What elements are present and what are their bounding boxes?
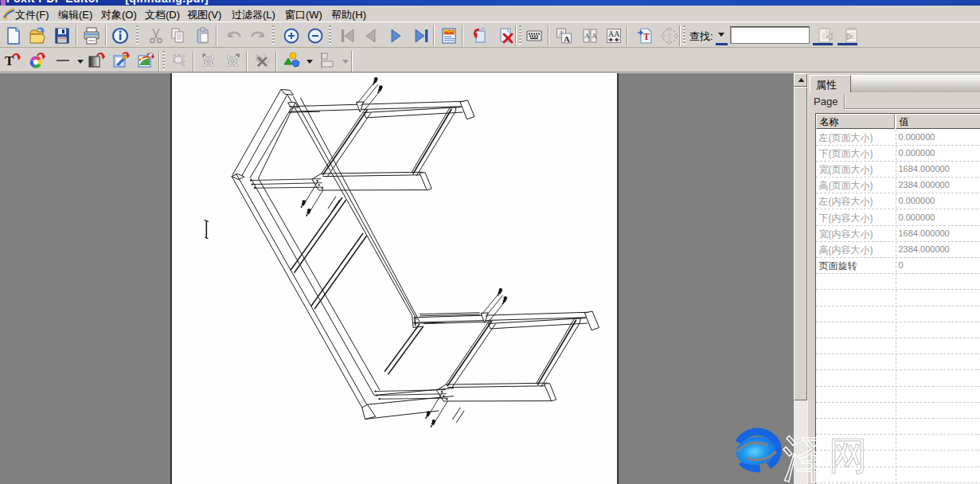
svg-text:T: T xyxy=(667,31,673,41)
svg-text:A: A xyxy=(564,34,570,44)
svg-text:AA: AA xyxy=(608,29,620,38)
svg-text:网: 网 xyxy=(829,434,868,477)
svg-text:A: A xyxy=(584,32,590,40)
svg-text:T: T xyxy=(643,31,650,42)
svg-text:泽: 泽 xyxy=(783,431,833,484)
svg-text:A: A xyxy=(592,32,597,40)
